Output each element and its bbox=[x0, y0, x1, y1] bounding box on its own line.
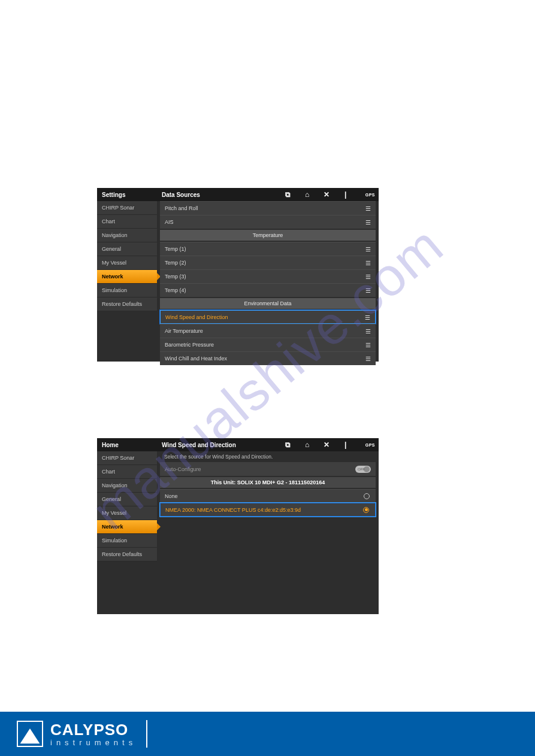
row-temp-3[interactable]: Temp (3) ☰ bbox=[160, 269, 376, 283]
topbar-left-title: Settings bbox=[97, 188, 157, 201]
row-ais[interactable]: AIS ☰ bbox=[160, 215, 376, 229]
data-sources-list: Pitch and Roll ☰ AIS ☰ Temperature Temp … bbox=[157, 201, 379, 365]
options-icon[interactable]: ☰ bbox=[365, 274, 371, 280]
topbar-main-text: Data Sources bbox=[162, 192, 200, 198]
row-label: Temp (2) bbox=[165, 260, 186, 266]
brand-name: CALYPSO bbox=[50, 722, 137, 737]
row-label: Temp (1) bbox=[165, 246, 186, 252]
options-icon[interactable]: ☰ bbox=[365, 219, 371, 226]
row-label: Wind Speed and Direction bbox=[165, 314, 228, 320]
close-icon[interactable]: ✕ bbox=[322, 441, 331, 449]
row-wind-speed-direction[interactable]: Wind Speed and Direction ☰ bbox=[160, 310, 376, 324]
new-window-icon[interactable]: ⧉ bbox=[284, 190, 292, 199]
sidebar-item-chirp-sonar[interactable]: CHIRP Sonar bbox=[97, 201, 157, 215]
separator-icon: | bbox=[341, 190, 350, 199]
row-wind-chill-heat-index[interactable]: Wind Chill and Heat Index ☰ bbox=[160, 351, 376, 365]
row-label: Pitch and Roll bbox=[165, 205, 198, 211]
topbar: Settings Data Sources ⧉ ⌂ ✕ | GPS bbox=[97, 188, 379, 201]
screenshot-settings-data-sources: Settings Data Sources ⧉ ⌂ ✕ | GPS CHIRP … bbox=[97, 188, 379, 362]
unit-header: This Unit: SOLIX 10 MDI+ G2 - 1811150201… bbox=[160, 477, 376, 488]
sidebar-item-restore-defaults[interactable]: Restore Defaults bbox=[97, 548, 157, 561]
options-icon[interactable]: ☰ bbox=[365, 314, 370, 320]
sidebar-item-simulation[interactable]: Simulation bbox=[97, 534, 157, 548]
topbar-main-title: Data Sources ⧉ ⌂ ✕ | GPS bbox=[157, 188, 379, 201]
options-icon[interactable]: ☰ bbox=[365, 287, 371, 294]
logo-text: CALYPSO instruments bbox=[50, 722, 137, 746]
row-label: Temp (3) bbox=[165, 274, 186, 280]
options-icon[interactable]: ☰ bbox=[365, 205, 371, 212]
logo-mark-icon bbox=[17, 721, 43, 747]
home-icon[interactable]: ⌂ bbox=[303, 441, 312, 449]
options-icon[interactable]: ☰ bbox=[365, 342, 371, 348]
instruction-text: Select the source for Wind Speed and Dir… bbox=[157, 451, 379, 462]
option-label: None bbox=[165, 493, 178, 499]
topbar-main-title: Wind Speed and Direction ⧉ ⌂ ✕ | GPS bbox=[157, 438, 379, 451]
sidebar-item-chart[interactable]: Chart bbox=[97, 215, 157, 229]
page-footer: CALYPSO instruments bbox=[0, 712, 535, 756]
screenshot-wind-speed-direction-source: Home Wind Speed and Direction ⧉ ⌂ ✕ | GP… bbox=[97, 438, 379, 614]
sidebar-item-chart[interactable]: Chart bbox=[97, 465, 157, 479]
sidebar-item-network[interactable]: Network bbox=[97, 270, 157, 284]
row-label: Wind Chill and Heat Index bbox=[165, 356, 227, 362]
topbar-main-text: Wind Speed and Direction bbox=[162, 442, 236, 448]
topbar: Home Wind Speed and Direction ⧉ ⌂ ✕ | GP… bbox=[97, 438, 379, 451]
row-label: Air Temperature bbox=[165, 328, 203, 334]
topbar-icons: ⧉ ⌂ ✕ | GPS bbox=[284, 438, 375, 451]
settings-sidebar: CHIRP Sonar Chart Navigation General My … bbox=[97, 201, 157, 365]
brand-subtitle: instruments bbox=[50, 739, 137, 746]
sidebar-item-restore-defaults[interactable]: Restore Defaults bbox=[97, 297, 157, 311]
row-label: Temp (4) bbox=[165, 287, 186, 293]
sidebar-item-simulation[interactable]: Simulation bbox=[97, 284, 157, 297]
radio-selected-icon[interactable] bbox=[363, 507, 369, 513]
auto-configure-toggle[interactable]: OFF bbox=[355, 466, 371, 473]
sidebar-item-my-vessel[interactable]: My Vessel bbox=[97, 506, 157, 520]
gps-indicator: GPS bbox=[365, 193, 375, 197]
brand-logo: CALYPSO instruments bbox=[17, 720, 147, 748]
options-icon[interactable]: ☰ bbox=[365, 246, 371, 253]
new-window-icon[interactable]: ⧉ bbox=[284, 441, 292, 449]
row-pitch-and-roll[interactable]: Pitch and Roll ☰ bbox=[160, 201, 376, 215]
row-temp-4[interactable]: Temp (4) ☰ bbox=[160, 283, 376, 297]
sidebar-item-network[interactable]: Network bbox=[97, 520, 157, 534]
options-icon[interactable]: ☰ bbox=[365, 328, 371, 335]
separator-icon: | bbox=[341, 441, 350, 449]
section-temperature: Temperature bbox=[160, 230, 376, 241]
auto-configure-row[interactable]: Auto-Configure OFF bbox=[160, 462, 376, 476]
sidebar-item-general[interactable]: General bbox=[97, 242, 157, 256]
options-icon[interactable]: ☰ bbox=[365, 260, 371, 266]
gps-indicator: GPS bbox=[365, 443, 375, 447]
svg-marker-0 bbox=[20, 728, 40, 743]
sidebar-item-general[interactable]: General bbox=[97, 493, 157, 506]
wind-source-panel: Select the source for Wind Speed and Dir… bbox=[157, 451, 379, 561]
row-temp-2[interactable]: Temp (2) ☰ bbox=[160, 256, 376, 269]
option-nmea-connect-plus[interactable]: NMEA 2000: NMEA CONNECT PLUS c4:de:e2:d5… bbox=[160, 503, 376, 517]
topbar-icons: ⧉ ⌂ ✕ | GPS bbox=[284, 188, 375, 201]
topbar-left-title: Home bbox=[97, 438, 157, 451]
home-icon[interactable]: ⌂ bbox=[303, 190, 312, 199]
row-label: Barometric Pressure bbox=[165, 342, 214, 348]
options-icon[interactable]: ☰ bbox=[365, 356, 371, 362]
row-air-temperature[interactable]: Air Temperature ☰ bbox=[160, 324, 376, 338]
sidebar-item-navigation[interactable]: Navigation bbox=[97, 229, 157, 242]
close-icon[interactable]: ✕ bbox=[322, 190, 331, 199]
option-label: NMEA 2000: NMEA CONNECT PLUS c4:de:e2:d5… bbox=[165, 507, 301, 513]
row-barometric-pressure[interactable]: Barometric Pressure ☰ bbox=[160, 338, 376, 351]
toggle-off-label: OFF bbox=[358, 467, 365, 471]
section-environmental-data: Environmental Data bbox=[160, 298, 376, 309]
row-label: AIS bbox=[165, 219, 174, 225]
auto-configure-label: Auto-Configure bbox=[165, 466, 201, 472]
sidebar-item-navigation[interactable]: Navigation bbox=[97, 479, 157, 493]
sidebar-item-chirp-sonar[interactable]: CHIRP Sonar bbox=[97, 451, 157, 465]
sidebar-item-my-vessel[interactable]: My Vessel bbox=[97, 256, 157, 270]
option-none[interactable]: None bbox=[160, 489, 376, 503]
radio-unselected-icon[interactable] bbox=[364, 493, 370, 499]
settings-sidebar: CHIRP Sonar Chart Navigation General My … bbox=[97, 451, 157, 561]
row-temp-1[interactable]: Temp (1) ☰ bbox=[160, 242, 376, 256]
logo-divider bbox=[146, 720, 147, 748]
